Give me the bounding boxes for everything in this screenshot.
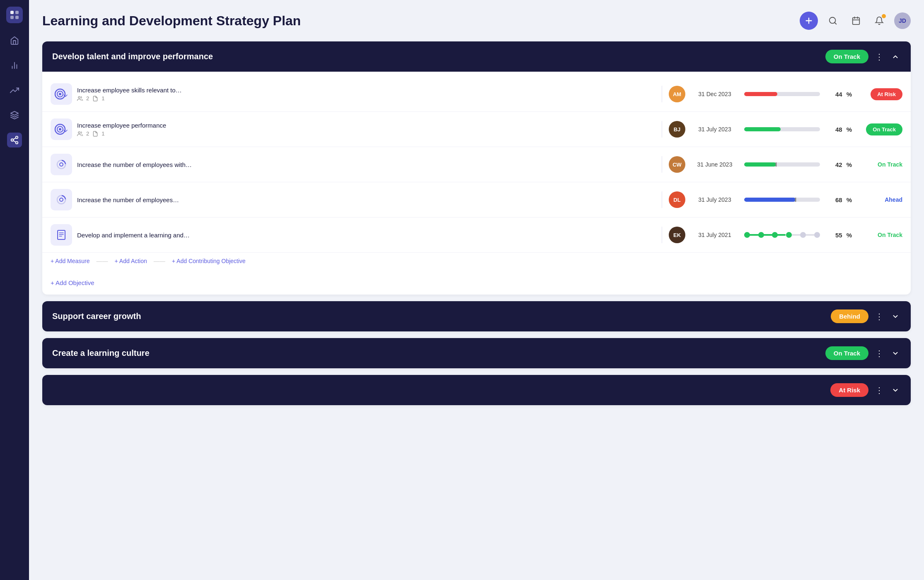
sidebar-item-trends[interactable] <box>7 83 22 98</box>
add-links-row: + Add Measure —— + Add Action —— + Add C… <box>42 253 911 269</box>
divider-5 <box>662 227 662 243</box>
group-status-4[interactable]: At Risk <box>830 383 868 397</box>
table-row: Increase employee performance 2 1 BJ 3 <box>42 112 911 147</box>
add-button[interactable] <box>800 12 818 30</box>
main-content: Learning and Development Strategy Plan J… <box>29 0 924 580</box>
obj-icon-wrap-1 <box>51 83 72 105</box>
group-collapse-btn-1[interactable] <box>890 51 901 63</box>
group-header-2[interactable]: Support career growth Behind ⋮ <box>42 301 911 331</box>
page-title: Learning and Development Strategy Plan <box>42 13 301 29</box>
action-icon <box>92 95 98 102</box>
add-contributing-objective-link[interactable]: + Add Contributing Objective <box>172 258 246 264</box>
group-menu-btn-2[interactable]: ⋮ <box>873 310 885 323</box>
milestone-dot-5 <box>800 232 806 238</box>
group-header-right-3: On Track ⋮ <box>825 346 901 360</box>
people-count-1: 2 <box>86 95 89 102</box>
obj-status-3: On Track <box>857 161 902 168</box>
obj-status-badge-1[interactable]: At Risk <box>871 88 902 100</box>
milestone-dot-3 <box>772 232 778 238</box>
sep-1: —— <box>97 258 108 264</box>
user-avatar[interactable]: JD <box>894 12 911 29</box>
obj-status-5: On Track <box>857 231 902 239</box>
group-status-3[interactable]: On Track <box>825 346 868 360</box>
progress-area-5: 55% <box>744 232 852 239</box>
obj-meta-1: 2 1 <box>77 95 655 102</box>
obj-avatar-4: DL <box>669 191 685 208</box>
calendar-button[interactable] <box>848 12 864 29</box>
obj-name-5: Develop and implement a learning and… <box>77 232 655 239</box>
people-icon-2 <box>77 130 83 137</box>
header-actions: JD <box>800 12 911 30</box>
group-title-1: Develop talent and improve performance <box>52 52 213 61</box>
objective-group-4: At Risk ⋮ <box>42 375 911 405</box>
group-title-3: Create a learning culture <box>52 348 150 358</box>
search-button[interactable] <box>825 12 841 29</box>
arc-icon-4 <box>56 194 67 205</box>
group-menu-btn-4[interactable]: ⋮ <box>873 384 885 397</box>
progress-area-3: 42% <box>744 161 852 168</box>
obj-status-4: Ahead <box>857 196 902 203</box>
progress-pct-symbol-2: % <box>847 126 852 133</box>
progress-bar-bg-1 <box>744 92 820 96</box>
obj-status-text-5: On Track <box>878 232 902 238</box>
action-icon-2 <box>92 130 98 137</box>
divider-1 <box>662 86 662 102</box>
objective-group-2: Support career growth Behind ⋮ <box>42 301 911 331</box>
svg-rect-31 <box>58 230 65 239</box>
progress-area-4: 68% <box>744 196 852 203</box>
obj-avatar-1: AM <box>669 86 685 102</box>
sidebar-item-layers[interactable] <box>7 108 22 123</box>
obj-date-3: 31 June 2023 <box>692 161 738 168</box>
dropdown-icon[interactable] <box>63 93 68 99</box>
progress-bar-bg-2 <box>744 127 820 131</box>
table-row: Increase the number of employees… DL 31 … <box>42 182 911 218</box>
group-status-1[interactable]: On Track <box>825 50 868 63</box>
obj-date-5: 31 July 2021 <box>692 232 738 238</box>
add-action-link[interactable]: + Add Action <box>115 258 147 264</box>
sidebar-item-analytics[interactable] <box>7 58 22 73</box>
progress-bar-fill-3 <box>744 162 776 167</box>
group-header-4[interactable]: At Risk ⋮ <box>42 375 911 405</box>
group-menu-btn-1[interactable]: ⋮ <box>873 50 885 63</box>
obj-icon-wrap-5 <box>51 224 72 246</box>
app-logo[interactable] <box>6 7 23 23</box>
obj-avatar-3: CW <box>669 156 685 173</box>
milestone-dot-6 <box>814 232 820 238</box>
group-header-1[interactable]: Develop talent and improve performance O… <box>42 41 911 72</box>
group-header-3[interactable]: Create a learning culture On Track ⋮ <box>42 338 911 368</box>
progress-pct-4: 68 <box>824 196 842 203</box>
sidebar-item-home[interactable] <box>7 33 22 48</box>
arc-icon-3 <box>56 159 67 170</box>
group-header-right-1: On Track ⋮ <box>825 50 901 63</box>
progress-bar-bg-4 <box>744 198 820 202</box>
obj-icon-wrap-4 <box>51 189 72 210</box>
group-collapse-btn-4[interactable] <box>890 384 901 396</box>
group-menu-btn-3[interactable]: ⋮ <box>873 347 885 360</box>
group-header-right-2: Behind ⋮ <box>831 309 901 323</box>
group-collapse-btn-2[interactable] <box>890 310 901 322</box>
progress-pct-2: 48 <box>824 126 842 133</box>
add-measure-link[interactable]: + Add Measure <box>51 258 90 264</box>
progress-pct-5: 55 <box>824 232 842 239</box>
svg-marker-7 <box>11 111 18 115</box>
sidebar-item-network[interactable] <box>7 133 22 147</box>
progress-marker-3 <box>775 162 776 167</box>
obj-name-1: Increase employee skills relevant to… <box>77 87 655 94</box>
objectives-list-1: Increase employee skills relevant to… 2 … <box>42 72 911 274</box>
group-collapse-btn-3[interactable] <box>890 347 901 359</box>
objective-group-1: Develop talent and improve performance O… <box>42 41 911 295</box>
svg-line-12 <box>13 138 16 140</box>
action-count-2: 1 <box>102 130 104 137</box>
obj-status-1: At Risk <box>857 90 902 98</box>
milestone-dot-1 <box>744 232 750 238</box>
progress-pct-symbol-1: % <box>847 91 852 98</box>
dropdown-icon-2[interactable] <box>63 128 68 134</box>
obj-icon-wrap-2 <box>51 118 72 140</box>
progress-area-1: 44% <box>744 91 852 98</box>
notification-button[interactable] <box>871 12 888 29</box>
group-status-2[interactable]: Behind <box>831 309 868 323</box>
obj-info-5: Develop and implement a learning and… <box>77 232 655 239</box>
add-objective-row-1[interactable]: + Add Objective <box>42 274 911 295</box>
obj-status-badge-2[interactable]: On Track <box>866 123 902 135</box>
obj-date-4: 31 July 2023 <box>692 196 738 203</box>
